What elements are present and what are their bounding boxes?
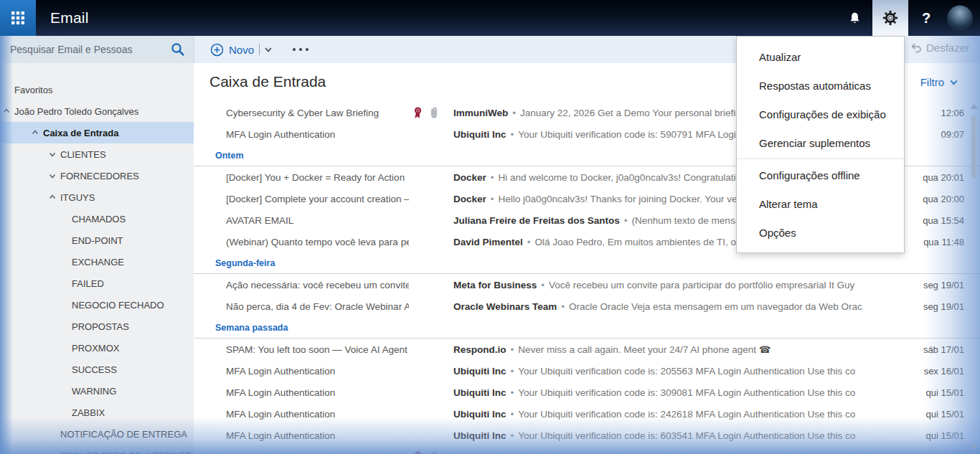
message-icons [409, 106, 453, 119]
help-button[interactable]: ? [908, 0, 944, 36]
folder-label: END-POINT [72, 235, 123, 246]
message-preview: Your Ubiquiti verification code is: 2426… [518, 409, 855, 420]
flag-ribbon-icon [413, 451, 423, 454]
app-launcher-button[interactable] [0, 0, 36, 36]
message-date: 12:06 [898, 108, 964, 118]
notifications-button[interactable] [837, 0, 872, 36]
search-input[interactable] [0, 44, 162, 55]
filter-label: Filtro [920, 76, 944, 88]
message-subject: [Docker] Complete your account creation … [226, 194, 409, 204]
topbar-actions: ? [837, 0, 980, 36]
menu-item-atualizar[interactable]: Atualizar [737, 42, 904, 71]
message-row[interactable]: Não perca, dia 4 de Fev: Oracle Webinar … [194, 295, 980, 317]
chevron-down-icon[interactable] [264, 45, 273, 54]
collapse-arrow-icon[interactable] [32, 129, 39, 136]
message-sender-preview: Ubiquiti Inc•Your Ubiquiti verification … [453, 409, 898, 420]
new-message-button[interactable]: Novo [210, 43, 273, 57]
chevron-up-icon[interactable] [3, 108, 10, 115]
message-date: qua 11:48 [898, 237, 964, 247]
search-button[interactable] [162, 36, 194, 63]
message-row[interactable]: SPAM: You left too soon — Voice AI Agent… [194, 339, 980, 360]
message-row[interactable]: Cybersecurity & Cyber Law BriefingImmuni… [194, 446, 980, 454]
message-date: qua 15:54 [898, 215, 964, 226]
settings-button[interactable] [872, 0, 908, 36]
message-date: qui 15/01 [898, 409, 964, 420]
sidebar-folder-clientes[interactable]: CLIENTES [0, 143, 194, 165]
settings-menu: AtualizarRespostas automáticasConfiguraç… [736, 36, 905, 253]
chevron-up-icon[interactable] [49, 194, 56, 201]
sidebar-folder-end-point[interactable]: END-POINT [0, 230, 194, 251]
sidebar-folder-jo-o-pedro-toledo-gon-alves[interactable]: João Pedro Toledo Gonçalves [0, 100, 194, 122]
message-sender-preview: ImmuniWeb•January 15, 2026 Get a Demo Yo… [453, 452, 898, 454]
gear-icon [882, 10, 898, 26]
message-preview: Your Ubiquiti verification code is: 6035… [518, 430, 855, 441]
collapse-arrow-icon[interactable] [3, 108, 10, 115]
filter-button[interactable]: Filtro [920, 76, 958, 88]
message-sender-preview: Respond.io•Never miss a call again. Meet… [453, 344, 898, 355]
collapse-arrow-icon[interactable] [49, 194, 56, 201]
sidebar-folder-failed[interactable]: FAILED [0, 273, 194, 294]
message-subject: Não perca, dia 4 de Fev: Oracle Webinar … [226, 301, 409, 312]
message-date: qui 15/01 [898, 452, 964, 454]
sidebar-folder-zabbix[interactable]: ZABBIX [0, 402, 194, 423]
more-commands-button[interactable] [291, 47, 310, 52]
message-row[interactable]: MFA Login AuthenticationUbiquiti Inc•You… [194, 425, 980, 446]
sidebar-folder-exchange[interactable]: EXCHANGE [0, 251, 194, 273]
message-sender-preview: Ubiquiti Inc•Your Ubiquiti verification … [453, 387, 898, 398]
folder-label: PROPOSTAS [72, 321, 129, 332]
chevron-down-icon[interactable] [49, 172, 56, 179]
message-row[interactable]: MFA Login AuthenticationUbiquiti Inc•You… [194, 360, 980, 382]
sidebar-folder-success[interactable]: SUCCESS [0, 359, 194, 380]
scrollbar-thumb[interactable] [971, 115, 976, 179]
menu-item-alterar-tema[interactable]: Alterar tema [737, 189, 904, 218]
bullet-separator: • [512, 108, 516, 118]
folder-label: FAILED [72, 278, 104, 289]
menu-item-respostas-autom-ticas[interactable]: Respostas automáticas [737, 71, 904, 100]
bullet-separator: • [512, 452, 516, 454]
message-date: qua 20:01 [898, 172, 964, 183]
sidebar-folder-provedores-de-internet[interactable]: PROVEDORES DE INTERNET [0, 445, 194, 454]
message-row[interactable]: MFA Login AuthenticationUbiquiti Inc•You… [194, 382, 980, 403]
sidebar-folder-propostas[interactable]: PROPOSTAS [0, 316, 194, 337]
message-row[interactable]: MFA Login AuthenticationUbiquiti Inc•You… [194, 403, 980, 425]
ellipsis-icon [291, 47, 310, 52]
sidebar-folder-notifica-o-de-entrega[interactable]: NOTIFICAÇÃO DE ENTREGA [0, 423, 194, 445]
sidebar-folder-caixa-de-entrada[interactable]: Caixa de Entrada [0, 122, 194, 143]
sidebar-folder-warning[interactable]: WARNING [0, 380, 194, 402]
message-preview: Oracle Oracle Veja esta mensagem em um n… [569, 301, 862, 312]
sidebar-folder-chamados[interactable]: CHAMADOS [0, 208, 194, 230]
question-mark-icon: ? [922, 10, 930, 27]
list-scrollbar[interactable] [970, 104, 979, 450]
message-sender-preview: Ubiquiti Inc•Your Ubiquiti verification … [453, 430, 898, 441]
chevron-up-icon[interactable] [32, 129, 39, 136]
message-date: 09:07 [898, 129, 964, 140]
expand-arrow-icon[interactable] [49, 151, 56, 158]
menu-item-configura-es-de-exibi-o[interactable]: Configurações de exibição [737, 100, 904, 128]
message-sender: Ubiquiti Inc [453, 387, 507, 398]
flag-ribbon-icon [413, 107, 423, 119]
bullet-separator: • [511, 409, 514, 420]
message-subject: Cybersecurity & Cyber Law Briefing [226, 108, 409, 118]
menu-item-op-es[interactable]: Opções [737, 218, 904, 247]
menu-item-gerenciar-suplementos[interactable]: Gerenciar suplementos [737, 128, 904, 157]
message-preview: Hi and welcome to Docker, j0a0g0ncalv3s!… [499, 172, 752, 183]
user-avatar[interactable] [947, 5, 973, 31]
sidebar-folder-proxmox[interactable]: PROXMOX [0, 337, 194, 359]
sidebar-folder-fornecedores[interactable]: FORNECEDORES [0, 165, 194, 186]
chevron-down-icon[interactable] [49, 151, 56, 158]
undo-button[interactable]: Desfazer [910, 42, 969, 54]
message-row[interactable]: Ação necessária: você recebeu um convite… [194, 274, 980, 295]
message-sender-preview: Oracle Webinars Team•Oracle Oracle Veja … [453, 301, 898, 312]
sidebar-folder-itguys[interactable]: ITGUYS [0, 186, 194, 208]
message-sender: Docker [453, 194, 486, 204]
sidebar-folder-favoritos[interactable]: Favoritos [0, 79, 194, 100]
message-subject: MFA Login Authentication [226, 366, 409, 377]
scroll-up-arrow[interactable] [971, 104, 978, 109]
bullet-separator: • [624, 215, 628, 226]
menu-item-configura-es-offline[interactable]: Configurações offline [737, 161, 904, 189]
scroll-down-arrow[interactable] [971, 445, 978, 450]
sidebar-folder-negocio-fechado[interactable]: NEGOCIO FECHADO [0, 294, 194, 316]
message-sender: Ubiquiti Inc [453, 430, 507, 441]
app-title: Email [50, 9, 89, 27]
expand-arrow-icon[interactable] [49, 172, 56, 179]
